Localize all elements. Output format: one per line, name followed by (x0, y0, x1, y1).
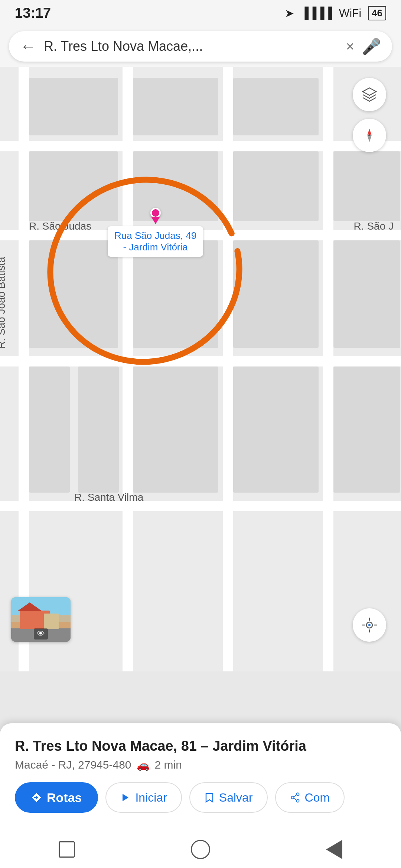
drive-icon: 🚗 (137, 759, 150, 771)
street-v-sao-joao (19, 67, 29, 671)
compass-button[interactable] (353, 119, 386, 152)
battery-icon: 46 (368, 6, 386, 20)
nav-bar (0, 831, 401, 868)
street-h-santa-vilma (0, 501, 401, 511)
search-inner[interactable]: ← R. Tres Lto Nova Macae,... × 🎤 (9, 31, 392, 62)
recents-icon (59, 841, 75, 858)
home-icon (191, 840, 210, 859)
svg-point-4 (368, 134, 371, 137)
label-sao-joao: R. São João Batista (0, 332, 7, 349)
place-title: R. Tres Lto Nova Macae, 81 – Jardim Vitó… (15, 738, 386, 754)
layer-icon (361, 86, 378, 103)
block-4 (29, 151, 118, 221)
block-1 (29, 78, 118, 135)
street-h-top (0, 141, 401, 151)
place-subtitle: Macaé - RJ, 27945-480 🚗 2 min (15, 759, 386, 771)
status-icons: ➤ ▐▐▐▐ WiFi 46 (285, 6, 386, 20)
block-10 (233, 240, 319, 348)
action-buttons: Rotas Iniciar Salvar Com (15, 782, 386, 813)
location-icon: ➤ (285, 7, 294, 20)
block-3 (233, 78, 319, 135)
wifi-icon: WiFi (339, 7, 361, 19)
map-area[interactable]: R. São João Batista R. São Judas R. São … (0, 67, 401, 671)
svg-marker-1 (363, 88, 376, 95)
block-2 (133, 78, 218, 135)
label-sao-judas: R. São Judas (29, 220, 91, 232)
bottom-card: R. Tres Lto Nova Macae, 81 – Jardim Vitó… (0, 723, 401, 831)
drive-time: 2 min (155, 759, 182, 771)
block-7 (333, 151, 400, 221)
location-target-icon (361, 617, 378, 633)
svg-line-16 (294, 798, 296, 800)
svg-point-10 (368, 624, 371, 626)
street-v-2 (223, 67, 233, 671)
label-sao-j: R. São J (354, 220, 394, 232)
mic-button[interactable]: 🎤 (362, 37, 381, 56)
map-pin[interactable]: Rua São Judas, 49 - Jardim Vitória (108, 208, 203, 257)
block-15 (233, 366, 319, 493)
nav-back-button[interactable] (321, 836, 347, 862)
nav-square-button[interactable] (54, 836, 80, 862)
svg-line-15 (294, 795, 296, 797)
street-h-mid (0, 356, 401, 366)
block-12 (29, 366, 70, 493)
block-11 (333, 240, 400, 348)
clear-button[interactable]: × (346, 39, 354, 55)
rotas-button[interactable]: Rotas (15, 782, 98, 813)
share-icon (290, 792, 300, 803)
back-icon (326, 840, 342, 859)
iniciar-button[interactable]: Iniciar (105, 782, 182, 813)
pin-tail (151, 217, 160, 224)
street-view-thumb[interactable]: 👁 (11, 597, 71, 642)
my-location-button[interactable] (353, 608, 386, 642)
salvar-button[interactable]: Salvar (189, 782, 268, 813)
status-time: 13:17 (15, 5, 51, 21)
street-v-3 (323, 67, 333, 671)
block-14 (133, 366, 218, 493)
bookmark-icon (204, 792, 215, 803)
search-query: R. Tres Lto Nova Macae,... (44, 39, 339, 54)
pin-label: Rua São Judas, 49 - Jardim Vitória (108, 226, 203, 257)
compass-icon (361, 127, 378, 144)
back-button[interactable]: ← (20, 37, 36, 56)
compartilhar-button[interactable]: Com (275, 782, 345, 813)
subtitle-text: Macaé - RJ, 27945-480 (15, 759, 131, 771)
start-icon (120, 792, 131, 803)
search-bar: ← R. Tres Lto Nova Macae,... × 🎤 (0, 26, 401, 67)
svg-point-12 (296, 793, 299, 796)
street-view-icon: 👁 (34, 628, 48, 640)
block-8 (29, 240, 118, 348)
block-6 (233, 151, 319, 221)
svg-marker-11 (123, 794, 128, 801)
layer-button[interactable] (353, 78, 386, 111)
svg-point-14 (296, 800, 299, 802)
status-bar: 13:17 ➤ ▐▐▐▐ WiFi 46 (0, 0, 401, 26)
signal-icon: ▐▐▐▐ (301, 7, 332, 19)
street-v-1 (123, 67, 133, 671)
label-santa-vilma: R. Santa Vilma (74, 491, 143, 503)
block-13 (78, 366, 119, 493)
svg-point-13 (291, 796, 294, 799)
block-16 (333, 366, 400, 493)
nav-home-button[interactable] (188, 836, 213, 862)
directions-icon (31, 792, 42, 803)
